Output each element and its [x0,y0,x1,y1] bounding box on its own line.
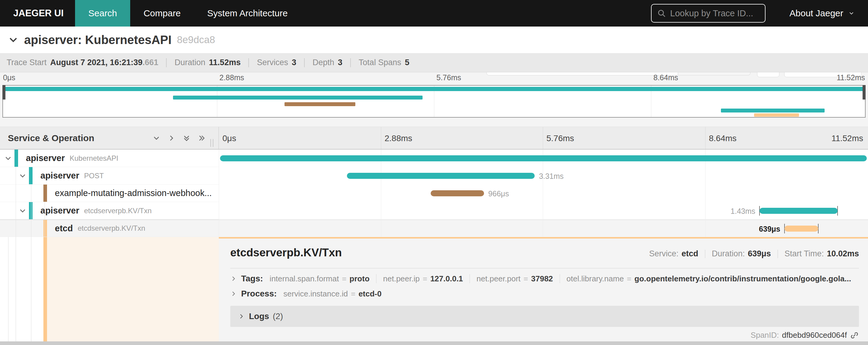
summary-divider [166,58,167,67]
span-duration-bar[interactable] [431,190,484,196]
trace-minimap[interactable] [2,85,866,118]
detail-duration-label: Duration: [712,249,745,258]
duration-label: Duration [175,58,205,67]
app-brand: JAEGER UI [0,0,75,27]
chevron-right-icon [230,275,237,282]
duration-value: 11.52ms [209,58,241,67]
span-operation-name: POST [84,172,104,180]
expand-one-level-icon[interactable] [167,134,176,142]
equals-sign: = [342,274,346,284]
detail-starttime-value: 10.02ms [827,249,859,258]
minimap-span-bar [721,109,825,113]
total-spans-label: Total Spans [359,58,401,67]
span-row-apiserver-kubernetesapi[interactable]: apiserver KubernetesAPI [0,150,868,167]
span-duration-bar[interactable] [784,226,818,232]
deep-link-icon[interactable] [850,331,859,340]
span-duration-bar[interactable] [760,208,838,214]
spanid-row: SpanID: dfbebd960ced064f [230,330,859,340]
span-track[interactable]: 3.31ms [219,167,868,184]
tree-guide-line [31,237,31,341]
tag-key: net.peer.ip [383,274,420,284]
minimap-left-drag-handle[interactable] [2,85,5,99]
column-resizer-handle[interactable] [210,139,213,147]
service-operation-title: Service & Operation [8,133,94,143]
timeline-header: Service & Operation 0μs 2.88ms 5.76ms 8.… [0,127,868,150]
span-color-bar [29,167,33,184]
span-duration-bar[interactable] [347,173,535,179]
nav-tab-search[interactable]: Search [75,0,130,27]
logs-expander[interactable]: Logs (2) [230,306,859,327]
expand-all-icon[interactable] [198,134,206,142]
trace-header-bar: apiserver: KubernetesAPI 8e9dca8 ⌘ Trace… [0,27,868,53]
depth-label: Depth [313,58,334,67]
detail-divider [230,268,859,268]
tags-row[interactable]: Tags: internal.span.format = proto net.p… [230,274,859,284]
timeline-gridline [543,127,543,149]
about-jaeger-label: About Jaeger [789,8,843,19]
process-value: etcd-0 [358,289,381,298]
timeline-axis-tick-3: 8.64ms [709,134,737,143]
equals-sign: = [524,274,528,284]
span-track[interactable]: 1.43ms [219,202,868,220]
trace-start-label: Trace Start [7,58,47,67]
service-operation-header: Service & Operation [0,127,219,149]
tag-key: internal.span.format [270,274,339,284]
spanid-label: SpanID: [751,330,779,340]
axis-tick-4: 11.52ms [837,73,865,82]
row-collapse-chevron-icon[interactable] [19,172,27,180]
minimap-right-drag-handle[interactable] [863,85,866,99]
tag-key: net.peer.port [476,274,521,284]
selected-span-accent-bar [43,237,47,341]
page-title: apiserver: KubernetesAPI [24,33,172,47]
about-jaeger-menu[interactable]: About Jaeger [789,8,855,19]
span-detail-panel: etcdserverpb.KV/Txn Service: etcd Durati… [219,237,868,341]
collapse-all-icon[interactable] [183,134,190,142]
collapse-trace-chevron-icon[interactable] [8,34,19,45]
equals-sign: = [351,289,355,298]
trace-id-short: 8e9dca8 [177,34,215,46]
nav-tab-system-architecture[interactable]: System Architecture [194,0,301,27]
span-row-webhook[interactable]: example-mutating-admission-webhook... 96… [0,184,868,202]
detail-duration-value: 639μs [748,249,771,258]
tag-key: otel.library.name [567,274,624,284]
timeline-axis-tick-0: 0μs [222,134,236,143]
detail-service-value: etcd [681,249,698,258]
process-row[interactable]: Process: service.instance.id = etcd-0 [230,289,859,298]
process-label: Process: [241,289,277,298]
bottom-scrollbar-track[interactable] [0,341,868,345]
equals-sign: = [627,274,631,284]
span-row-apiserver-etcd-txn[interactable]: apiserver etcdserverpb.KV/Txn 1.43ms [0,202,868,220]
span-duration-bar[interactable] [220,155,867,161]
logs-count: (2) [273,312,283,321]
span-row-apiserver-post[interactable]: apiserver POST 3.31ms [0,167,868,184]
span-row-etcd-txn-selected[interactable]: etcd etcdserverpb.KV/Txn 639μs [0,220,868,237]
span-detail-area: etcdserverpb.KV/Txn Service: etcd Durati… [0,237,868,341]
axis-tick-0: 0μs [3,73,16,82]
span-duration-label: 966μs [488,190,509,198]
span-color-bar [14,150,18,167]
span-track[interactable]: 966μs [219,184,868,202]
collapse-one-level-icon[interactable] [153,134,160,142]
span-color-bar [43,220,47,237]
nav-tab-compare[interactable]: Compare [130,0,194,27]
span-operation-name: etcdserverpb.KV/Txn [84,207,152,215]
span-track[interactable] [219,150,868,167]
process-key: service.instance.id [283,289,348,298]
search-icon [657,9,666,18]
row-collapse-chevron-icon[interactable] [4,154,12,162]
span-track[interactable]: 639μs [219,220,868,237]
detail-starttime-label: Start Time: [784,249,824,258]
trace-lookup-input[interactable] [670,8,761,19]
summary-divider [248,58,249,67]
summary-divider [304,58,305,67]
tree-guide-line [44,202,45,237]
timeline-gridline [705,150,706,237]
timeline-axis-tick-4: 11.52ms [832,134,863,143]
tag-divider [376,274,376,283]
trace-lookup-box[interactable] [651,4,766,23]
minimap-span-bar [754,113,799,117]
row-collapse-chevron-icon[interactable] [19,207,27,215]
axis-tick-2: 5.76ms [436,73,461,82]
minimap-time-axis: 0μs 2.88ms 5.76ms 8.64ms 11.52ms [0,73,868,85]
detail-meta-divider [778,250,778,258]
